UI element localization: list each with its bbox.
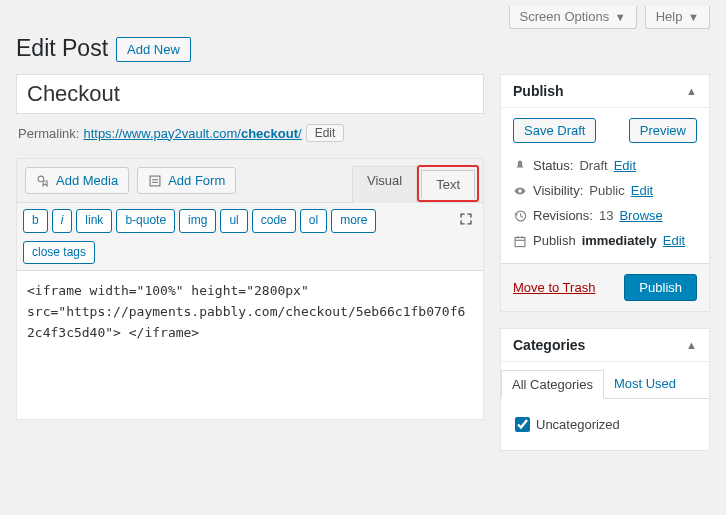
- permalink-link[interactable]: https://www.pay2vault.com/checkout/: [83, 126, 301, 141]
- publish-box: Publish ▲ Save Draft Preview Status: Dra…: [500, 74, 710, 312]
- category-item[interactable]: Uncategorized: [515, 413, 695, 436]
- publish-toggle[interactable]: Publish ▲: [501, 75, 709, 108]
- screen-options-button[interactable]: Screen Options ▼: [509, 6, 637, 29]
- camera-icon: [36, 174, 50, 188]
- preview-button[interactable]: Preview: [629, 118, 697, 143]
- svg-rect-5: [515, 237, 525, 246]
- qt-ul[interactable]: ul: [220, 209, 247, 233]
- label: Help: [656, 9, 683, 24]
- qt-close-tags[interactable]: close tags: [23, 241, 95, 265]
- revisions-count: 13: [599, 208, 613, 223]
- revisions-icon: [513, 209, 527, 223]
- qt-img[interactable]: img: [179, 209, 216, 233]
- tab-text[interactable]: Text: [421, 170, 475, 199]
- qt-code[interactable]: code: [252, 209, 296, 233]
- visibility-value: Public: [589, 183, 624, 198]
- chevron-up-icon: ▲: [686, 85, 697, 97]
- categories-toggle[interactable]: Categories ▲: [501, 329, 709, 362]
- category-checkbox[interactable]: [515, 417, 530, 432]
- label: Screen Options: [520, 9, 610, 24]
- categories-title: Categories: [513, 337, 585, 353]
- page-title: Edit Post: [16, 35, 108, 62]
- qt-more[interactable]: more: [331, 209, 376, 233]
- fullscreen-icon[interactable]: [455, 210, 477, 231]
- content-textarea[interactable]: [17, 271, 483, 416]
- move-to-trash-link[interactable]: Move to Trash: [513, 280, 595, 295]
- edit-schedule-link[interactable]: Edit: [663, 233, 685, 248]
- help-button[interactable]: Help ▼: [645, 6, 710, 29]
- browse-revisions-link[interactable]: Browse: [619, 208, 662, 223]
- edit-visibility-link[interactable]: Edit: [631, 183, 653, 198]
- add-new-button[interactable]: Add New: [116, 37, 191, 62]
- qt-bquote[interactable]: b-quote: [116, 209, 175, 233]
- publish-title: Publish: [513, 83, 564, 99]
- chevron-down-icon: ▼: [688, 11, 699, 23]
- tab-most-used[interactable]: Most Used: [604, 370, 686, 398]
- qt-italic[interactable]: i: [52, 209, 73, 233]
- edit-status-link[interactable]: Edit: [614, 158, 636, 173]
- pin-icon: [513, 159, 527, 173]
- revisions-label: Revisions:: [533, 208, 593, 223]
- status-value: Draft: [579, 158, 607, 173]
- add-media-button[interactable]: Add Media: [25, 167, 129, 194]
- tab-visual[interactable]: Visual: [352, 166, 417, 203]
- status-label: Status:: [533, 158, 573, 173]
- quicktags-toolbar: b i link b-quote img ul code ol more clo…: [17, 203, 483, 271]
- permalink-label: Permalink:: [18, 126, 79, 141]
- post-title-input[interactable]: [16, 74, 484, 114]
- chevron-up-icon: ▲: [686, 339, 697, 351]
- highlight-annotation: Text: [417, 165, 479, 202]
- svg-rect-1: [150, 176, 160, 186]
- qt-link[interactable]: link: [76, 209, 112, 233]
- qt-ol[interactable]: ol: [300, 209, 327, 233]
- add-form-button[interactable]: Add Form: [137, 167, 236, 194]
- tab-all-categories[interactable]: All Categories: [501, 370, 604, 399]
- schedule-label: Publish: [533, 233, 576, 248]
- calendar-icon: [513, 234, 527, 248]
- save-draft-button[interactable]: Save Draft: [513, 118, 596, 143]
- edit-permalink-button[interactable]: Edit: [306, 124, 345, 142]
- qt-bold[interactable]: b: [23, 209, 48, 233]
- chevron-down-icon: ▼: [615, 11, 626, 23]
- visibility-label: Visibility:: [533, 183, 583, 198]
- schedule-value: immediately: [582, 233, 657, 248]
- eye-icon: [513, 184, 527, 198]
- category-label: Uncategorized: [536, 417, 620, 432]
- categories-box: Categories ▲ All Categories Most Used Un…: [500, 328, 710, 451]
- form-icon: [148, 174, 162, 188]
- publish-button[interactable]: Publish: [624, 274, 697, 301]
- editor-container: Add Media Add Form Visual Text b i: [16, 158, 484, 420]
- label: Add Form: [168, 173, 225, 188]
- label: Add Media: [56, 173, 118, 188]
